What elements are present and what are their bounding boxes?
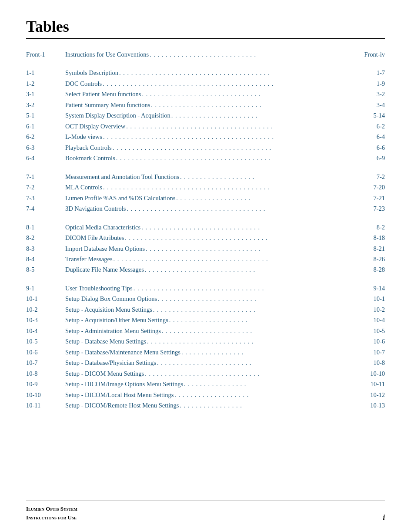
toc-entry[interactable]: 8-5Duplicate File Name Messages . . . . …	[26, 265, 385, 274]
toc-dots: . . . . . . . . . . . . . . . . . . . . …	[103, 182, 372, 192]
toc-label: Symbols Description . . . . . . . . . . …	[65, 68, 385, 77]
toc-label: Duplicate File Name Messages . . . . . .…	[65, 265, 385, 274]
toc-label: Playback Controls. . . . . . . . . . . .…	[65, 143, 385, 152]
toc-entry[interactable]: 10-9Setup - DICOM/Image Options Menu Set…	[26, 379, 385, 389]
toc-num: Front-1	[26, 50, 65, 59]
toc-label: L-Mode views. . . . . . . . . . . . . . …	[65, 132, 385, 141]
toc-spacer	[26, 276, 385, 283]
footer-left-line1: Ilumien Optis System	[26, 505, 77, 513]
toc-page-num: 5-14	[373, 111, 385, 120]
toc-entry[interactable]: 3-2Patient Summary Menu functions. . . .…	[26, 100, 385, 110]
toc-entry[interactable]: 7-3Lumen Profile %AS and %DS Calculation…	[26, 193, 385, 203]
toc-entry[interactable]: 10-3Setup - Acquisition/Other Menu Setti…	[26, 315, 385, 325]
toc-entry[interactable]: 6-4Bookmark Controls . . . . . . . . . .…	[26, 153, 385, 163]
toc-entry[interactable]: 10-2Setup - Acquisition Menu Settings. .…	[26, 305, 385, 314]
toc-entry[interactable]: 8-2DICOM File Attributes . . . . . . . .…	[26, 233, 385, 242]
toc-entry[interactable]: 1-2DOC Controls. . . . . . . . . . . . .…	[26, 79, 385, 88]
toc-title: Measurement and Annotation Tool Function…	[65, 172, 179, 182]
footer-left-line2: Instructions for Use	[26, 513, 77, 522]
toc-page-num: 8-2	[377, 222, 385, 232]
toc-label: Setup - DICOM/Image Options Menu Setting…	[65, 379, 385, 389]
toc-dots: . . . . . . . . . . . . . . . . . . . . …	[145, 369, 369, 378]
toc-entry[interactable]: 8-3Import Database Menu Options. . . . .…	[26, 244, 385, 253]
toc-page-num: 6-2	[377, 121, 385, 131]
toc-entry[interactable]: 9-1User Troubleshooting Tips. . . . . . …	[26, 283, 385, 293]
toc-entry[interactable]: 6-2L-Mode views. . . . . . . . . . . . .…	[26, 132, 385, 141]
toc-page-num: 6-9	[377, 153, 385, 163]
toc-title: Setup - Database/Physician Settings	[65, 358, 156, 367]
toc-label: Setup - Database/Maintenance Menu Settin…	[65, 347, 385, 357]
toc-num: 7-3	[26, 193, 65, 203]
toc-label: Setup - Database Menu Settings. . . . . …	[65, 337, 385, 346]
toc-title: Setup Dialog Box Common Options	[65, 294, 157, 303]
toc-dots: . . . . . . . . . . . . . . . . . . . . …	[116, 153, 376, 163]
toc-dots: . . . . . . . . . . . . . . . . . . . . …	[153, 305, 373, 314]
toc-page-num: 1-7	[377, 68, 385, 77]
toc-entry[interactable]: 10-11Setup - DICOM/Remote Host Menu Sett…	[26, 401, 385, 410]
toc-title: Setup - Administration Menu Settings	[65, 326, 161, 336]
toc-entry[interactable]: 7-43D Navigation Controls. . . . . . . .…	[26, 204, 385, 213]
toc-spacer	[26, 164, 385, 172]
toc-page-num: 1-9	[377, 79, 385, 88]
toc-dots: . . . . . . . . . . . . . . . .	[184, 379, 370, 389]
toc-title: Duplicate File Name Messages	[65, 265, 144, 274]
page-title: Tables	[26, 17, 385, 39]
toc-label: DOC Controls. . . . . . . . . . . . . . …	[65, 79, 385, 88]
toc-num: 5-1	[26, 111, 65, 120]
toc-label: System Display Description - Acquisition…	[65, 111, 385, 120]
toc-entry[interactable]: 7-2MLA Controls . . . . . . . . . . . . …	[26, 182, 385, 192]
toc-label: DICOM File Attributes . . . . . . . . . …	[65, 233, 385, 242]
page-container: Tables Front-1Instructions for Use Conve…	[0, 0, 411, 532]
toc-entry[interactable]: 1-1Symbols Description . . . . . . . . .…	[26, 68, 385, 77]
toc-label: 3D Navigation Controls. . . . . . . . . …	[65, 204, 385, 213]
toc-page-num: 8-28	[373, 265, 385, 274]
toc-entry[interactable]: 7-1Measurement and Annotation Tool Funct…	[26, 172, 385, 182]
toc-dots: . . . . . . . . . . . . . . . . . . . . …	[142, 89, 375, 99]
toc-page-num: 7-23	[373, 204, 385, 213]
toc-title: User Troubleshooting Tips	[65, 283, 133, 293]
toc-page-num: 7-21	[373, 193, 385, 203]
toc-num: 10-10	[26, 390, 65, 400]
toc-dots: . . . . . . . . . . . . . . . . . . . . …	[157, 358, 372, 367]
toc-dots: . . . . . . . . . . . . . . . . . . . . …	[151, 100, 375, 110]
toc-entry[interactable]: 10-4Setup - Administration Menu Settings…	[26, 326, 385, 336]
toc-page-num: 10-6	[373, 337, 385, 346]
toc-page-num: 10-11	[371, 379, 385, 389]
toc-label: Setup Dialog Box Common Options. . . . .…	[65, 294, 385, 303]
toc-title: Setup - DICOM Menu Settings	[65, 369, 144, 378]
toc-entry[interactable]: 8-4Transfer Messages . . . . . . . . . .…	[26, 254, 385, 264]
toc-entry[interactable]: 10-6Setup - Database/Maintenance Menu Se…	[26, 347, 385, 357]
toc-entry[interactable]: 8-1Optical Media Characteristics . . . .…	[26, 222, 385, 232]
toc-entry[interactable]: 10-10Setup - DICOM/Local Host Menu Setti…	[26, 390, 385, 400]
footer-right: i	[383, 514, 385, 522]
toc-entry[interactable]: 10-7Setup - Database/Physician Settings …	[26, 358, 385, 367]
toc-label: Setup - DICOM Menu Settings . . . . . . …	[65, 369, 385, 378]
toc-num: 9-1	[26, 283, 65, 293]
toc-entry[interactable]: 5-1System Display Description - Acquisit…	[26, 111, 385, 120]
toc-page-num: 10-12	[370, 390, 385, 400]
toc-num: 10-5	[26, 337, 65, 346]
toc-entry[interactable]: 10-8Setup - DICOM Menu Settings . . . . …	[26, 369, 385, 378]
toc-num: 7-2	[26, 182, 65, 192]
toc-label: Transfer Messages . . . . . . . . . . . …	[65, 254, 385, 264]
toc-entry[interactable]: 6-1OCT Display Overview. . . . . . . . .…	[26, 121, 385, 131]
toc-title: DICOM File Attributes	[65, 233, 124, 242]
toc-title: Patient Summary Menu functions	[65, 100, 150, 110]
toc-entry[interactable]: Front-1Instructions for Use Conventions.…	[26, 50, 385, 59]
toc-title: Setup - Acquisition/Other Menu Settings	[65, 315, 168, 325]
toc-entry[interactable]: 10-5Setup - Database Menu Settings. . . …	[26, 337, 385, 346]
toc-entry[interactable]: 3-1Select Patient Menu functions. . . . …	[26, 89, 385, 99]
toc-page-num: 10-1	[373, 294, 385, 303]
toc-label: Instructions for Use Conventions. . . . …	[65, 50, 385, 59]
toc-num: 3-1	[26, 89, 65, 99]
toc-dots: . . . . . . . . . . . . . . . . . . . .	[169, 315, 373, 325]
toc-num: 7-4	[26, 204, 65, 213]
toc-dots: . . . . . . . . . . . . . . . . . . . . …	[171, 111, 373, 120]
toc-dots: . . . . . . . . . . . . . . . . . . .	[174, 390, 369, 400]
toc-entry[interactable]: 6-3Playback Controls. . . . . . . . . . …	[26, 143, 385, 152]
toc-entry[interactable]: 10-1Setup Dialog Box Common Options. . .…	[26, 294, 385, 303]
toc-label: Measurement and Annotation Tool Function…	[65, 172, 385, 182]
toc-label: Bookmark Controls . . . . . . . . . . . …	[65, 153, 385, 163]
toc-title: DOC Controls	[65, 79, 102, 88]
toc-page-num: 10-10	[370, 369, 385, 378]
